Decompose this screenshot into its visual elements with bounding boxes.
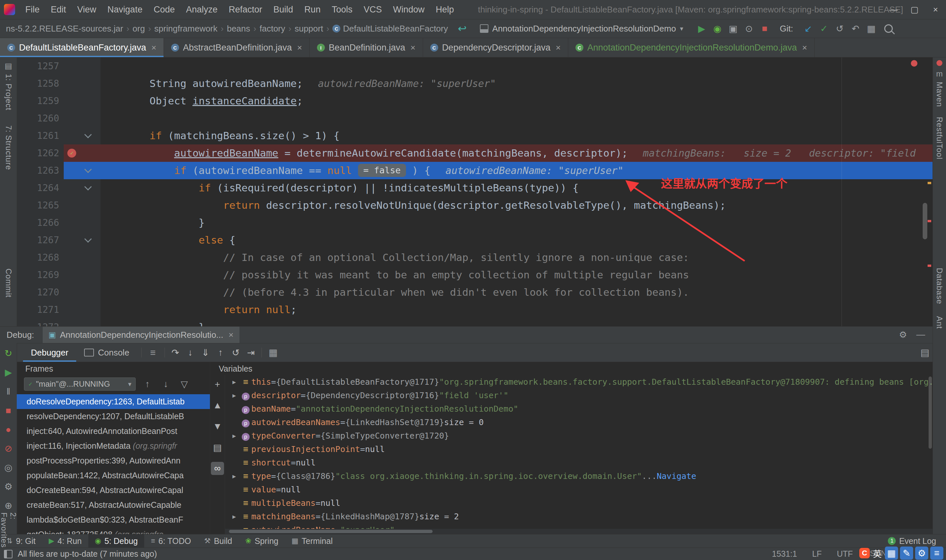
toolwindow-maven[interactable]: Maven <box>935 82 944 107</box>
fold-slot[interactable] <box>80 179 96 197</box>
menu-item-help[interactable]: Help <box>430 0 460 19</box>
frame-row[interactable]: postProcessProperties:399, AutowiredAnn <box>17 453 210 468</box>
debug-session-tab[interactable]: ▣ AnnotationDependencyInjectionResolutio… <box>43 327 239 343</box>
variable-row[interactable]: ≡shortcut = null <box>225 456 932 469</box>
maximize-button[interactable]: ▢ <box>904 0 925 19</box>
toolwindow-build[interactable]: ⚒Build <box>197 534 239 548</box>
toolwindow-ant[interactable]: Ant <box>935 316 944 329</box>
toolwindow-database[interactable]: Database <box>935 268 944 304</box>
variable-row[interactable]: pbeanName = "annotationDependencyInjecti… <box>225 402 932 415</box>
toolwindow-spring[interactable]: ❀Spring <box>239 534 285 548</box>
fold-slot[interactable] <box>80 214 96 231</box>
breakpoint-slot[interactable] <box>64 127 80 145</box>
breadcrumb-item[interactable]: factory <box>259 24 285 34</box>
expand-arrow-icon[interactable]: ▶ <box>228 510 240 523</box>
close-icon[interactable]: × <box>229 330 234 340</box>
close-icon[interactable]: × <box>556 43 561 53</box>
fold-slot[interactable] <box>80 110 96 127</box>
layout-settings-icon[interactable]: ▤ <box>917 345 932 360</box>
duplicate-icon[interactable]: ▤ <box>211 441 224 454</box>
editor-tab[interactable]: CDependencyDescriptor.java× <box>423 38 568 57</box>
frame-up-icon[interactable]: ↑ <box>141 377 154 391</box>
expand-arrow-icon[interactable]: ▶ <box>228 375 240 389</box>
frame-row[interactable]: createBean:517, AbstractAutowireCapable <box>17 498 210 512</box>
keyboard-icon[interactable]: ▦ <box>885 546 898 560</box>
git-commit-button[interactable]: ✓ <box>817 22 830 35</box>
run-config-select[interactable]: AnnotationDependencyInjectionResolutionD… <box>477 22 687 35</box>
breakpoint-slot[interactable] <box>64 318 80 326</box>
force-step-into-icon[interactable]: ⇓ <box>199 346 212 359</box>
rerun-debug-icon[interactable]: ↻ <box>2 347 15 360</box>
variable-row[interactable]: ≡previousInjectionPoint = null <box>225 443 932 456</box>
frame-row[interactable]: populateBean:1422, AbstractAutowireCapa <box>17 468 210 483</box>
variables-hscrollbar[interactable] <box>225 529 932 534</box>
caret-position[interactable]: 1531:1 <box>772 549 797 559</box>
close-icon[interactable]: × <box>297 43 302 53</box>
settings-icon[interactable]: ⚙ <box>2 480 15 493</box>
code-line[interactable]: 1259 Object instanceCandidate; <box>17 92 932 110</box>
stop-icon[interactable]: ■ <box>2 404 15 417</box>
breakpoint-slot[interactable] <box>64 75 80 92</box>
breakpoint-slot[interactable] <box>64 231 80 249</box>
view-breakpoints-icon[interactable]: ● <box>2 423 15 436</box>
breakpoint-slot[interactable] <box>64 249 80 266</box>
fold-icon[interactable] <box>84 235 92 243</box>
breakpoint-slot[interactable] <box>64 57 80 75</box>
tab-debugger[interactable]: Debugger <box>23 343 76 362</box>
pin-icon[interactable]: ⊕ <box>2 499 15 512</box>
fold-icon[interactable] <box>84 183 92 191</box>
minimize-button[interactable]: — <box>883 0 904 19</box>
scroll-up-icon[interactable]: ▲ <box>211 399 224 412</box>
menu-item-file[interactable]: File <box>20 0 45 19</box>
code-line[interactable]: 1263 if (autowiredBeanName == null = fal… <box>17 162 932 179</box>
editor-tab[interactable]: CDefaultListableBeanFactory.java× <box>0 38 164 57</box>
code-line[interactable]: 1265 return descriptor.resolveNotUnique(… <box>17 197 932 214</box>
ime-indicator[interactable]: 英 <box>873 547 881 559</box>
toolwindow-structure[interactable]: 7: Structure <box>4 125 13 170</box>
stripe-error-mark[interactable] <box>928 265 931 267</box>
frame-row[interactable]: doCreateBean:594, AbstractAutowireCapal <box>17 483 210 498</box>
stop-button[interactable]: ■ <box>758 22 771 35</box>
step-into-icon[interactable]: ↓ <box>184 346 197 359</box>
code-line[interactable]: 1271 return null; <box>17 301 932 318</box>
menu-item-vcs[interactable]: VCS <box>358 0 388 19</box>
diff-button[interactable]: ▦ <box>864 22 878 35</box>
fold-slot[interactable] <box>80 301 96 318</box>
breakpoint-slot[interactable] <box>64 214 80 231</box>
git-history-button[interactable]: ↺ <box>833 22 846 35</box>
code-line[interactable]: 1268 // In case of an optional Collectio… <box>17 249 932 266</box>
navigate-link[interactable]: Navigate <box>656 469 696 483</box>
breakpoint-slot[interactable] <box>64 92 80 110</box>
variable-row[interactable]: pautowiredBeanNames = {LinkedHashSet@171… <box>225 415 932 429</box>
handwriting-icon[interactable]: ✎ <box>900 546 913 560</box>
code-line[interactable]: 1269 // possibly it was meant to be an e… <box>17 266 932 284</box>
git-update-button[interactable]: ↙ <box>801 22 815 35</box>
run-to-cursor-icon[interactable]: ⇥ <box>244 346 257 359</box>
run-button[interactable]: ▶ <box>695 22 708 35</box>
variable-row[interactable]: ≡multipleBeans = null <box>225 496 932 510</box>
editor[interactable]: 12571258 String autowiredBeanName;autowi… <box>17 57 932 326</box>
fold-slot[interactable] <box>80 162 96 179</box>
resume-icon[interactable]: ▶ <box>2 366 15 379</box>
menu-item-tools[interactable]: Tools <box>326 0 358 19</box>
mute-breakpoints-icon[interactable]: ⊘ <box>2 442 15 455</box>
fold-slot[interactable] <box>80 145 96 162</box>
close-icon[interactable]: × <box>802 43 807 53</box>
close-icon[interactable]: × <box>410 43 415 53</box>
breakpoint-slot[interactable] <box>64 110 80 127</box>
variable-row[interactable]: ≡value = null <box>225 483 932 496</box>
menu-item-code[interactable]: Code <box>148 0 181 19</box>
watch-return-values-icon[interactable]: ∞ <box>211 462 224 475</box>
breadcrumb-item[interactable]: CDefaultListableBeanFactory <box>333 24 448 34</box>
code-line[interactable]: 1258 String autowiredBeanName;autowiredB… <box>17 75 932 92</box>
editor-tab[interactable]: IBeanDefinition.java× <box>310 38 423 57</box>
variable-row[interactable]: ▶≡type = {Class@1786} "class org.xiaoge.… <box>225 469 932 483</box>
coverage-button[interactable]: ▣ <box>727 22 740 35</box>
settings-gear-icon[interactable]: ⚙ <box>897 329 909 340</box>
code-line[interactable]: 1270 // (before 4.3 in particular when w… <box>17 284 932 301</box>
toolwindow-commit[interactable]: Commit <box>4 269 13 298</box>
editor-tab[interactable]: CAbstractBeanDefinition.java× <box>164 38 310 57</box>
debug-button[interactable]: ◉ <box>711 22 724 35</box>
step-out-icon[interactable]: ↑ <box>214 346 227 359</box>
menu-item-window[interactable]: Window <box>387 0 430 19</box>
